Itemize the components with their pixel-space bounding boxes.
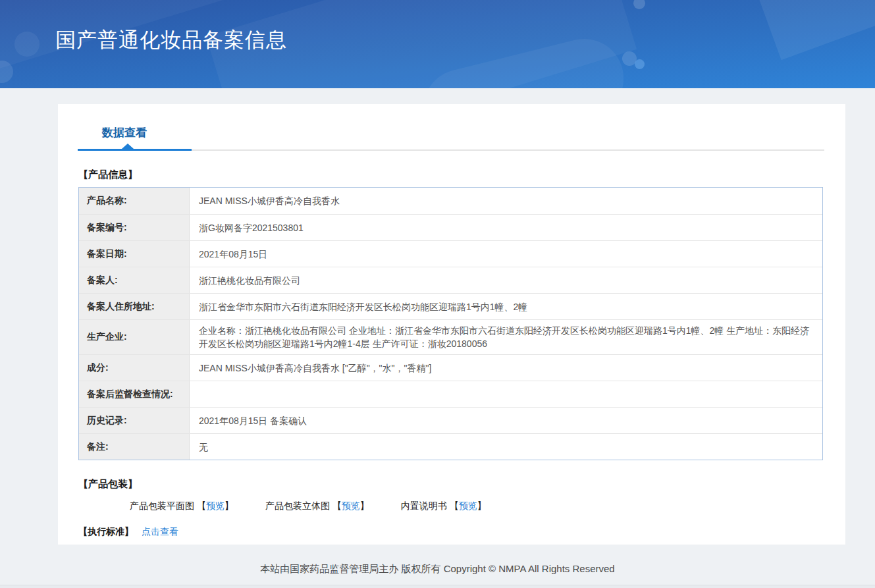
row-label: 备案后监督检查情况: [79,381,190,407]
row-value: JEAN MISS小城伊香高冷自我香水 ["乙醇"，"水"，"香精"] [190,355,822,381]
bracket-open: 【 [332,500,342,511]
bottom-strip [0,585,875,588]
standard-label: 【执行标准】 [78,526,134,537]
preview-link[interactable]: 预览 [206,500,225,511]
section-title-product-info: 【产品信息】 [78,169,823,181]
bracket-close: 】 [225,500,234,511]
row-value: 浙江省金华市东阳市六石街道东阳经济开发区长松岗功能区迎瑞路1号内1幢、2幢 [190,294,822,319]
packaging-item-label: 产品包装立体图 [265,500,332,511]
decor-circle [14,32,40,57]
page-title: 国产普通化妆品备案信息 [55,26,287,54]
tab-active-underline [78,149,192,151]
decor-circle [633,0,645,9]
table-row: 备案日期:2021年08月15日 [79,240,822,267]
card-content: 【产品信息】 产品名称:JEAN MISS小城伊香高冷自我香水备案编号:浙G妆网… [58,169,845,538]
decor-circle [622,51,637,66]
row-value: 无 [190,434,822,460]
table-row: 备案人住所地址:浙江省金华市东阳市六石街道东阳经济开发区长松岗功能区迎瑞路1号内… [79,293,822,319]
table-row: 备注:无 [79,433,822,460]
row-value: JEAN MISS小城伊香高冷自我香水 [190,188,822,214]
packaging-item: 产品包装立体图 【预览】 [265,500,369,512]
section-title-packaging: 【产品包装】 [78,478,823,491]
table-row: 备案编号:浙G妆网备字2021503801 [79,214,822,240]
row-label: 备案人住所地址: [79,294,190,319]
row-label: 备案编号: [79,215,190,240]
bracket-close: 】 [360,500,369,511]
row-label: 备注: [79,434,190,460]
decor-circle [635,59,645,69]
preview-link[interactable]: 预览 [342,500,360,511]
row-label: 历史记录: [79,408,190,433]
header-banner: 国产普通化妆品备案信息 [0,0,875,88]
tab-caret-icon [122,144,134,149]
table-row: 备案后监督检查情况: [79,381,822,407]
table-row: 产品名称:JEAN MISS小城伊香高冷自我香水 [79,188,822,214]
table-row: 生产企业:企业名称：浙江艳桃化妆品有限公司 企业地址：浙江省金华市东阳市六石街道… [79,319,822,354]
row-value: 2021年08月15日 [190,241,822,267]
tab-bar: 数据查看 [58,104,845,151]
table-row: 历史记录:2021年08月15日 备案确认 [79,407,822,433]
packaging-items: 产品包装平面图 【预览】产品包装立体图 【预览】内置说明书 【预览】 [78,500,823,512]
standard-view-link[interactable]: 点击查看 [142,526,178,537]
packaging-item-label: 内置说明书 [401,500,450,511]
bracket-open: 【 [197,500,206,511]
row-value: 企业名称：浙江艳桃化妆品有限公司 企业地址：浙江省金华市东阳市六石街道东阳经济开… [190,320,822,354]
packaging-item: 内置说明书 【预览】 [401,500,487,512]
row-label: 生产企业: [79,320,190,354]
packaging-item-label: 产品包装平面图 [130,500,197,511]
footer-copyright: 本站由国家药品监督管理局主办 版权所有 Copyright © NMPA All… [0,563,875,575]
row-label: 成分: [79,355,190,381]
table-row: 成分:JEAN MISS小城伊香高冷自我香水 ["乙醇"，"水"，"香精"] [79,354,822,381]
table-row: 备案人:浙江艳桃化妆品有限公司 [79,267,822,293]
decor-corner-band [756,0,875,60]
preview-link[interactable]: 预览 [459,500,477,511]
row-value: 2021年08月15日 备案确认 [190,408,822,433]
row-label: 备案日期: [79,241,190,267]
standard-row: 【执行标准】点击查看 [78,526,823,538]
content-card: 数据查看 【产品信息】 产品名称:JEAN MISS小城伊香高冷自我香水备案编号… [58,104,845,545]
product-info-table: 产品名称:JEAN MISS小城伊香高冷自我香水备案编号:浙G妆网备字20215… [78,187,823,460]
tab-data-view[interactable]: 数据查看 [102,125,147,140]
row-label: 产品名称: [79,188,190,214]
packaging-item: 产品包装平面图 【预览】 [130,500,234,512]
row-value: 浙G妆网备字2021503801 [190,215,822,240]
row-value [190,381,822,407]
row-label: 备案人: [79,267,190,293]
row-value: 浙江艳桃化妆品有限公司 [190,267,822,293]
bracket-open: 【 [450,500,459,511]
bracket-close: 】 [477,500,487,511]
decor-circle [0,61,13,83]
decor-pill-shape [415,30,632,88]
